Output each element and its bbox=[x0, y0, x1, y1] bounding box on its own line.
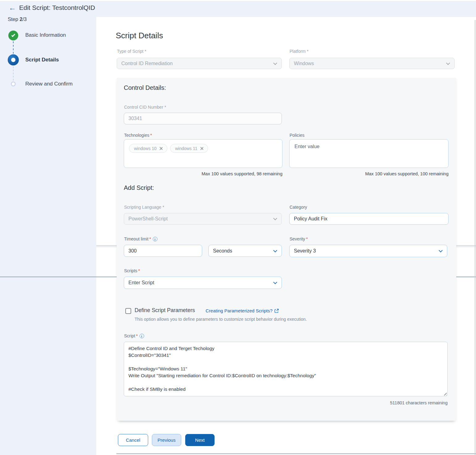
back-arrow-icon[interactable]: ← bbox=[9, 3, 16, 12]
severity-label: Severity* bbox=[290, 236, 308, 241]
chevron-down-icon bbox=[446, 61, 450, 65]
remove-chip-icon[interactable] bbox=[200, 147, 204, 150]
info-icon[interactable] bbox=[153, 237, 157, 241]
platform-value: Windows bbox=[294, 61, 314, 66]
page-title: Edit Script: TestcontrolQID bbox=[19, 4, 95, 11]
script-label: Script* bbox=[124, 333, 144, 338]
chevron-down-icon bbox=[273, 248, 277, 252]
parameterized-scripts-link[interactable]: Creating Parameterized Scripts? bbox=[206, 308, 279, 313]
external-link-icon bbox=[274, 309, 279, 313]
policies-hint: Max 100 values supported, 100 remaining bbox=[289, 171, 449, 176]
script-label-text: Script bbox=[124, 333, 135, 338]
cancel-button[interactable]: Cancel bbox=[118, 434, 148, 446]
info-icon[interactable] bbox=[140, 334, 144, 338]
type-of-script-label: Type of Script * bbox=[117, 49, 146, 54]
control-cid-label: Control CID Number * bbox=[124, 105, 166, 110]
policies-label: Policies bbox=[290, 133, 304, 138]
sidebar-step-review-confirm[interactable]: Review and Confirm bbox=[25, 81, 73, 87]
timeout-label: Timeout limit* bbox=[124, 236, 157, 241]
check-icon bbox=[11, 33, 15, 37]
previous-button[interactable]: Previous bbox=[152, 434, 181, 446]
add-script-heading: Add Script: bbox=[124, 184, 154, 191]
define-params-checkbox[interactable] bbox=[125, 308, 131, 314]
step-complete-icon bbox=[8, 31, 18, 40]
chevron-down-icon bbox=[273, 61, 277, 65]
timeout-unit-select[interactable]: Seconds bbox=[208, 245, 282, 257]
type-of-script-value: Control ID Remediation bbox=[121, 61, 173, 66]
severity-label-text: Severity bbox=[290, 236, 305, 241]
policies-input-area[interactable]: Enter value bbox=[289, 139, 449, 168]
platform-label: Platform * bbox=[290, 49, 308, 54]
active-dot bbox=[11, 58, 15, 62]
sidebar-step-basic-information[interactable]: Basic Information bbox=[25, 32, 66, 38]
step-total: /3 bbox=[23, 16, 27, 22]
technology-chips: windows 10 windows 11 bbox=[129, 144, 208, 153]
scripting-language-select[interactable]: PowerShell-Script bbox=[124, 213, 282, 225]
chip-label: windows 10 bbox=[134, 146, 157, 151]
chip-label: windows 11 bbox=[175, 146, 197, 151]
timeout-label-text: Timeout limit bbox=[124, 236, 148, 241]
scripts-label-text: Scripts bbox=[124, 268, 137, 273]
category-input[interactable] bbox=[289, 213, 449, 225]
script-textarea[interactable]: #Define Control ID and Terget Techology … bbox=[124, 342, 448, 396]
scripts-select[interactable]: Enter Script bbox=[124, 277, 282, 289]
remove-chip-icon[interactable] bbox=[159, 147, 163, 150]
define-params-label[interactable]: Define Script Parameters bbox=[135, 307, 195, 314]
chip-windows-10: windows 10 bbox=[129, 144, 167, 153]
required-asterisk: * bbox=[149, 236, 151, 241]
required-asterisk: * bbox=[138, 268, 140, 273]
chevron-down-icon bbox=[273, 280, 277, 284]
technologies-label-text: Technologies bbox=[124, 133, 149, 138]
severity-value: Severity 3 bbox=[294, 248, 316, 254]
platform-select[interactable]: Windows bbox=[289, 58, 455, 69]
control-cid-input[interactable] bbox=[124, 113, 282, 124]
footer-divider bbox=[116, 453, 476, 454]
policies-placeholder: Enter value bbox=[290, 140, 448, 154]
next-button[interactable]: Next bbox=[185, 434, 215, 446]
sidebar-step-script-details[interactable]: Script Details bbox=[25, 57, 59, 63]
required-asterisk: * bbox=[150, 133, 152, 138]
technologies-input-area[interactable] bbox=[124, 139, 282, 168]
scripting-language-label: Scripting Language * bbox=[124, 205, 164, 210]
step-connector bbox=[13, 41, 14, 54]
define-params-description: This option allows you to define paramet… bbox=[135, 317, 307, 322]
chevron-down-icon bbox=[439, 248, 443, 253]
edit-script-wizard: ← Edit Script: TestcontrolQID Step 2/3 B… bbox=[0, 0, 476, 455]
step-indicator: Step 2/3 bbox=[8, 16, 27, 22]
severity-select[interactable]: Severity 3 bbox=[289, 245, 447, 257]
chevron-down-icon bbox=[273, 216, 277, 220]
scripts-value: Enter Script bbox=[128, 280, 154, 286]
scripts-label: Scripts* bbox=[124, 268, 140, 273]
scripting-language-value: PowerShell-Script bbox=[128, 216, 168, 222]
step-active-icon bbox=[8, 54, 19, 65]
control-details-heading: Control Details: bbox=[124, 84, 166, 91]
chars-remaining: 511801 characters remaining bbox=[124, 400, 448, 405]
step-prefix: Step bbox=[8, 16, 18, 22]
type-of-script-select[interactable]: Control ID Remediation bbox=[117, 58, 282, 69]
technologies-label: Technologies* bbox=[124, 133, 152, 138]
chip-windows-11: windows 11 bbox=[170, 144, 208, 153]
category-label: Category bbox=[290, 205, 307, 210]
scrollbar-track[interactable] bbox=[475, 20, 475, 455]
step-current: 2 bbox=[20, 16, 23, 22]
link-text: Creating Parameterized Scripts? bbox=[206, 308, 273, 313]
timeout-input[interactable] bbox=[124, 245, 202, 257]
required-asterisk: * bbox=[306, 236, 308, 241]
form-title: Script Details bbox=[116, 31, 163, 40]
technologies-hint: Max 100 values supported, 98 remaining bbox=[124, 171, 282, 176]
stepper-sidebar bbox=[0, 1, 96, 455]
step-connector bbox=[13, 66, 14, 81]
timeout-unit-value: Seconds bbox=[213, 248, 232, 254]
step-pending-icon bbox=[11, 81, 16, 86]
required-asterisk: * bbox=[136, 333, 138, 338]
